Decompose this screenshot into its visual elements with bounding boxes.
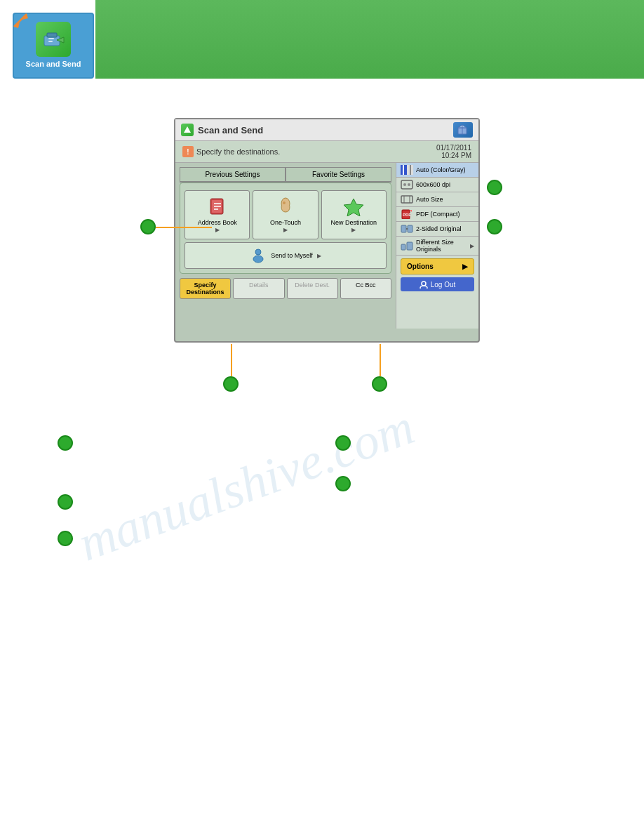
new-dest-chevron: ▶	[351, 227, 356, 233]
diff-size-chevron: ▶	[470, 243, 474, 249]
one-touch-icon	[276, 197, 295, 216]
ui-title-bar: Scan and Send	[175, 119, 478, 141]
options-chevron: ▶	[462, 263, 468, 270]
svg-rect-27	[401, 180, 412, 189]
one-touch-chevron: ▶	[283, 227, 288, 233]
callout-dot-6	[58, 435, 73, 451]
callout-dot-3	[487, 219, 502, 234]
delete-dest-tab[interactable]: Delete Dest.	[287, 278, 338, 299]
two-sided-setting[interactable]: 2-Sided Original	[396, 222, 478, 237]
auto-size-label: Auto Size	[416, 196, 443, 203]
resolution-setting[interactable]: 600x600 dpi	[396, 178, 478, 192]
new-dest-svg-icon	[344, 197, 363, 216]
hand-icon	[276, 197, 295, 216]
resolution-icon	[401, 180, 413, 190]
favorite-settings-tab[interactable]: Favorite Settings	[286, 167, 391, 182]
cc-bcc-tab[interactable]: Cc Bcc	[340, 278, 391, 299]
svg-text:PDF: PDF	[403, 213, 411, 217]
auto-size-icon	[401, 194, 413, 204]
new-destination-label: New Destination	[325, 219, 383, 226]
logout-icon	[420, 280, 428, 289]
svg-point-19	[283, 201, 286, 204]
callout-dot-7	[335, 435, 351, 451]
callout-dot-10	[58, 531, 73, 546]
new-destination-button[interactable]: New Destination ▶	[321, 190, 387, 239]
svg-point-21	[255, 249, 261, 255]
auto-color-label: Auto (Color/Gray)	[416, 166, 466, 173]
app-icon-container[interactable]: Scan and Send	[13, 13, 94, 79]
logout-label: Log Out	[431, 281, 456, 289]
two-sided-icon	[401, 224, 413, 234]
svg-line-0	[14, 14, 27, 27]
status-alert: ! Specify the destinations.	[182, 146, 280, 157]
svg-rect-36	[401, 225, 406, 232]
alert-icon: !	[182, 146, 194, 157]
pdf-icon: PDF	[401, 209, 413, 219]
address-book-button[interactable]: Address Book ▶	[185, 190, 250, 239]
address-book-label: Address Book	[188, 219, 246, 226]
svg-rect-4	[47, 33, 57, 37]
svg-rect-7	[48, 41, 53, 42]
resolution-svg-icon	[401, 180, 413, 190]
diff-size-svg-icon	[401, 241, 413, 251]
ui-body: Previous Settings Favorite Settings	[175, 163, 478, 329]
watermark: manualshive.com	[71, 398, 422, 574]
pdf-compact-setting[interactable]: PDF PDF (Compact)	[396, 207, 478, 222]
callout-dot-2	[487, 180, 502, 195]
pdf-compact-label: PDF (Compact)	[416, 211, 460, 218]
ui-panel: Scan and Send ! Specify the destinations…	[174, 118, 480, 343]
destination-area: Address Book ▶ One-Touch ▶	[180, 183, 391, 274]
details-tab[interactable]: Details	[233, 278, 284, 299]
callout-dot-4	[223, 376, 239, 392]
specify-destinations-tab[interactable]: Specify Destinations	[180, 278, 231, 299]
auto-size-svg-icon	[401, 194, 413, 204]
send-myself-chevron: ▶	[317, 253, 321, 259]
auto-size-setting[interactable]: Auto Size	[396, 192, 478, 207]
one-touch-button[interactable]: One-Touch ▶	[253, 190, 318, 239]
logout-button[interactable]: Log Out	[401, 277, 474, 291]
options-button[interactable]: Options ▶	[401, 258, 474, 274]
status-message: Specify the destinations.	[196, 147, 280, 156]
box-icon	[457, 124, 469, 136]
ui-status-bar: ! Specify the destinations. 01/17/2011 1…	[175, 141, 478, 163]
diff-size-icon	[401, 241, 413, 251]
previous-settings-tab[interactable]: Previous Settings	[180, 167, 286, 182]
ui-right-settings: Auto (Color/Gray) 600x600 dpi	[396, 163, 478, 329]
svg-point-22	[253, 256, 263, 263]
svg-rect-6	[48, 38, 54, 39]
address-book-chevron: ▶	[215, 227, 220, 233]
bottom-tab-row: Specify Destinations Details Delete Dest…	[180, 278, 391, 299]
callout-line-5	[380, 344, 381, 376]
send-to-myself-button[interactable]: Send to Myself ▶	[185, 242, 387, 269]
callout-dot-8	[335, 476, 351, 491]
svg-point-28	[403, 183, 406, 186]
callout-line-1	[156, 227, 212, 228]
scan-send-icon	[41, 27, 65, 51]
3d-box-icon[interactable]	[453, 122, 473, 138]
new-dest-icon	[344, 197, 363, 216]
svg-marker-20	[344, 199, 363, 216]
arrow-decoration	[13, 13, 34, 34]
svg-rect-37	[408, 225, 412, 232]
person-icon	[250, 247, 267, 264]
address-book-icon	[208, 197, 227, 216]
ui-title-text: Scan and Send	[198, 125, 263, 135]
callout-dot-5	[372, 376, 387, 392]
title-icon	[181, 124, 194, 136]
auto-color-setting[interactable]: Auto (Color/Gray)	[396, 163, 478, 178]
ui-left: Previous Settings Favorite Settings	[175, 163, 396, 329]
svg-point-29	[408, 183, 410, 186]
book-icon	[208, 197, 227, 216]
diff-size-setting[interactable]: Different Size Originals ▶	[396, 237, 478, 256]
callout-line-4	[231, 344, 232, 376]
options-label: Options	[407, 263, 434, 270]
top-header: Scan and Send	[0, 0, 644, 79]
green-bar	[95, 0, 644, 79]
svg-point-41	[420, 286, 427, 289]
title-scan-icon	[183, 126, 192, 134]
svg-point-40	[422, 282, 426, 286]
callout-dot-1	[140, 219, 156, 234]
resolution-label: 600x600 dpi	[416, 181, 450, 188]
callout-dot-9	[58, 494, 73, 510]
send-to-myself-label: Send to Myself	[271, 252, 313, 259]
